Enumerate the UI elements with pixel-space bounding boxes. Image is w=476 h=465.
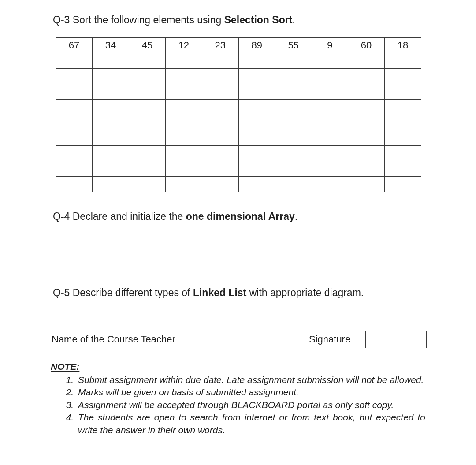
sort-blank-cell bbox=[312, 69, 348, 84]
signature-row: Name of the Course Teacher Signature bbox=[48, 331, 427, 348]
sort-blank-cell bbox=[56, 130, 93, 146]
q5-text-prefix: Q-5 Describe different types of bbox=[53, 287, 193, 298]
sort-blank-cell bbox=[56, 53, 93, 69]
sort-blank-cell bbox=[56, 115, 93, 130]
sort-blank-cell bbox=[238, 177, 275, 192]
sort-blank-cell bbox=[348, 115, 385, 130]
sort-blank-cell bbox=[202, 69, 238, 84]
sort-blank-cell bbox=[312, 84, 348, 100]
table-row bbox=[56, 130, 421, 146]
sort-blank-cell bbox=[56, 69, 93, 84]
sort-blank-cell bbox=[165, 177, 202, 192]
sort-blank-cell bbox=[165, 53, 202, 69]
sort-blank-cell bbox=[312, 177, 348, 192]
q3-text-suffix: . bbox=[292, 14, 295, 26]
sort-blank-cell bbox=[312, 161, 348, 177]
sort-blank-cell bbox=[275, 161, 312, 177]
sort-blank-cell bbox=[165, 100, 202, 115]
sort-blank-cell bbox=[165, 130, 202, 146]
sort-blank-cell bbox=[348, 84, 385, 100]
sort-blank-cell bbox=[312, 146, 348, 161]
table-row bbox=[56, 69, 421, 84]
sort-blank-cell bbox=[238, 115, 275, 130]
q4-text-bold: one dimensional Array bbox=[186, 211, 295, 222]
note-item: Submit assignment within due date. Late … bbox=[76, 374, 425, 386]
sort-blank-cell bbox=[384, 84, 421, 100]
sort-blank-cell bbox=[384, 177, 421, 192]
sort-blank-cell bbox=[202, 130, 238, 146]
sort-blank-cell bbox=[129, 100, 165, 115]
assignment-page: Q-3 Sort the following elements using Se… bbox=[0, 0, 476, 463]
sort-blank-cell bbox=[275, 69, 312, 84]
sort-blank-cell bbox=[56, 100, 93, 115]
sort-blank-cell bbox=[92, 161, 129, 177]
note-block: NOTE: Submit assignment within due date.… bbox=[51, 361, 425, 436]
table-row bbox=[56, 84, 421, 100]
sort-blank-cell bbox=[384, 161, 421, 177]
selection-sort-table: 6734451223895596018 bbox=[56, 37, 421, 192]
q3-text-bold: Selection Sort bbox=[224, 14, 293, 26]
sort-blank-cell bbox=[56, 146, 93, 161]
sort-blank-cell bbox=[384, 115, 421, 130]
sort-blank-cell bbox=[275, 100, 312, 115]
table-row bbox=[56, 161, 421, 177]
sort-blank-cell bbox=[384, 69, 421, 84]
sort-blank-cell bbox=[312, 100, 348, 115]
sort-blank-cell bbox=[348, 53, 385, 69]
sort-blank-cell bbox=[238, 53, 275, 69]
sort-blank-cell bbox=[348, 161, 385, 177]
table-row bbox=[56, 177, 421, 192]
sort-blank-cell bbox=[238, 100, 275, 115]
sort-blank-cell bbox=[129, 53, 165, 69]
sort-value-cell: 45 bbox=[129, 38, 165, 53]
sort-blank-cell bbox=[202, 115, 238, 130]
sort-blank-cell bbox=[202, 177, 238, 192]
sort-blank-cell bbox=[275, 130, 312, 146]
selection-sort-tbody: 6734451223895596018 bbox=[56, 38, 421, 192]
sort-value-cell: 89 bbox=[238, 38, 275, 53]
sort-blank-cell bbox=[384, 53, 421, 69]
sort-blank-cell bbox=[92, 69, 129, 84]
sort-blank-cell bbox=[238, 84, 275, 100]
sort-value-cell: 67 bbox=[56, 38, 93, 53]
sort-blank-cell bbox=[275, 177, 312, 192]
table-row bbox=[56, 53, 421, 69]
sort-blank-cell bbox=[92, 146, 129, 161]
note-title: NOTE: bbox=[51, 361, 425, 372]
sort-blank-cell bbox=[165, 115, 202, 130]
table-row bbox=[56, 100, 421, 115]
sort-blank-cell bbox=[56, 161, 93, 177]
sort-blank-cell bbox=[92, 100, 129, 115]
sort-blank-cell bbox=[312, 53, 348, 69]
q4-text-prefix: Q-4 Declare and initialize the bbox=[53, 211, 186, 222]
sort-blank-cell bbox=[202, 84, 238, 100]
sort-blank-cell bbox=[202, 100, 238, 115]
sort-blank-cell bbox=[129, 69, 165, 84]
sort-blank-cell bbox=[165, 161, 202, 177]
sort-blank-cell bbox=[275, 53, 312, 69]
sort-blank-cell bbox=[165, 146, 202, 161]
sort-blank-cell bbox=[92, 115, 129, 130]
question-3-heading: Q-3 Sort the following elements using Se… bbox=[53, 13, 425, 27]
sort-value-cell: 23 bbox=[202, 38, 238, 53]
note-item: Marks will be given on basis of submitte… bbox=[76, 386, 425, 398]
table-row: 6734451223895596018 bbox=[56, 38, 421, 53]
sort-value-cell: 55 bbox=[275, 38, 312, 53]
sort-blank-cell bbox=[92, 53, 129, 69]
sort-blank-cell bbox=[238, 161, 275, 177]
sort-value-cell: 60 bbox=[348, 38, 385, 53]
sort-blank-cell bbox=[238, 69, 275, 84]
question-5-heading: Q-5 Describe different types of Linked L… bbox=[53, 286, 425, 300]
sort-blank-cell bbox=[92, 84, 129, 100]
sort-blank-cell bbox=[129, 84, 165, 100]
sort-blank-cell bbox=[275, 84, 312, 100]
sort-blank-cell bbox=[129, 161, 165, 177]
q5-text-bold: Linked List bbox=[193, 287, 246, 298]
course-teacher-label: Name of the Course Teacher bbox=[48, 331, 183, 348]
sort-blank-cell bbox=[384, 130, 421, 146]
q4-answer-blank-line bbox=[79, 246, 212, 246]
q4-text-suffix: . bbox=[295, 211, 298, 222]
sort-blank-cell bbox=[348, 146, 385, 161]
table-row bbox=[56, 146, 421, 161]
sort-blank-cell bbox=[56, 84, 93, 100]
